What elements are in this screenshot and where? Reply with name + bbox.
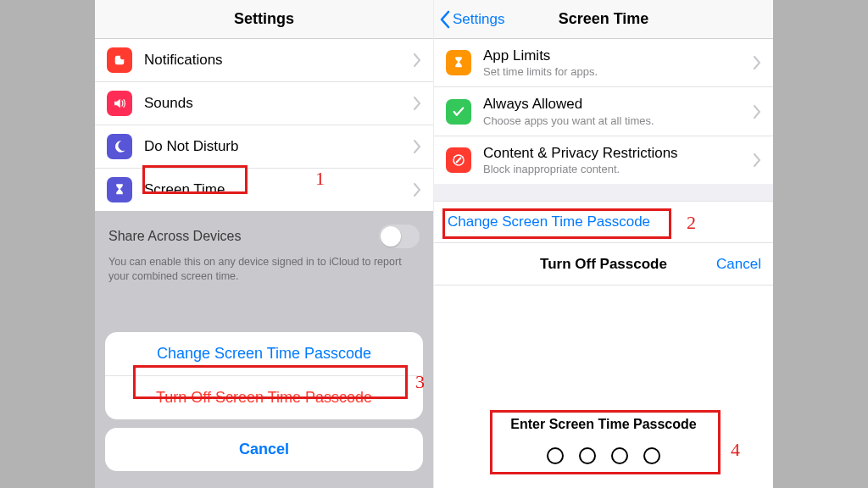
chevron-right-icon — [413, 53, 421, 67]
screentime-list: App Limits Set time limits for apps. Alw… — [434, 39, 773, 184]
row-subtitle: Set time limits for apps. — [483, 65, 753, 78]
row-title: Always Allowed — [483, 96, 753, 113]
dimmed-background: Share Across Devices You can enable this… — [95, 211, 433, 488]
share-toggle[interactable] — [379, 225, 420, 248]
passcode-header: Turn Off Passcode Cancel — [434, 243, 773, 286]
hourglass-icon — [446, 50, 471, 75]
row-label: Sounds — [144, 95, 413, 112]
row-always-allowed[interactable]: Always Allowed Choose apps you want at a… — [434, 87, 773, 136]
back-button[interactable]: Settings — [439, 0, 504, 38]
share-desc: You can enable this on any device signed… — [107, 255, 421, 284]
share-title: Share Across Devices — [108, 229, 242, 244]
passcode-title: Turn Off Passcode — [540, 256, 667, 273]
row-dnd[interactable]: Do Not Disturb — [95, 125, 433, 169]
passcode-entry-area: Enter Screen Time Passcode — [434, 286, 773, 488]
passcode-dot — [611, 447, 628, 464]
row-label: Screen Time — [144, 181, 413, 198]
settings-title: Settings — [234, 10, 294, 28]
row-screentime[interactable]: Screen Time — [95, 169, 433, 211]
dnd-icon — [107, 134, 132, 159]
chevron-left-icon — [439, 10, 451, 29]
action-sheet: Change Screen Time Passcode Turn Off Scr… — [105, 332, 423, 480]
change-passcode-link[interactable]: Change Screen Time Passcode — [434, 201, 773, 243]
passcode-dot — [643, 447, 660, 464]
row-title: App Limits — [483, 47, 753, 64]
row-sounds[interactable]: Sounds — [95, 82, 433, 125]
enter-passcode-label: Enter Screen Time Passcode — [510, 417, 696, 432]
back-label: Settings — [453, 11, 504, 28]
screentime-navbar: Settings Screen Time — [434, 0, 773, 39]
chevron-right-icon — [413, 97, 421, 110]
row-applimits[interactable]: App Limits Set time limits for apps. — [434, 39, 773, 87]
screentime-title: Screen Time — [559, 10, 649, 28]
notifications-icon — [107, 47, 132, 73]
row-subtitle: Choose apps you want at all times. — [483, 114, 753, 127]
chevron-right-icon — [413, 183, 421, 197]
chevron-right-icon — [753, 105, 761, 119]
sounds-icon — [107, 91, 132, 116]
passcode-dot — [547, 447, 564, 464]
chevron-right-icon — [753, 56, 761, 69]
settings-list: Notifications Sounds Do Not Disturb — [95, 39, 433, 211]
row-label: Do Not Disturb — [144, 138, 413, 155]
sheet-cancel[interactable]: Cancel — [105, 428, 423, 471]
chevron-right-icon — [413, 140, 421, 153]
row-label: Notifications — [144, 52, 413, 69]
svg-point-1 — [120, 54, 125, 59]
row-title: Content & Privacy Restrictions — [483, 145, 753, 162]
sheet-change-passcode[interactable]: Change Screen Time Passcode — [105, 332, 423, 376]
hourglass-icon — [107, 177, 132, 202]
no-entry-icon — [446, 147, 471, 173]
sheet-turnoff-passcode[interactable]: Turn Off Screen Time Passcode — [105, 376, 423, 419]
cancel-button[interactable]: Cancel — [716, 256, 761, 273]
row-content-restrictions[interactable]: Content & Privacy Restrictions Block ina… — [434, 136, 773, 184]
row-subtitle: Block inappropriate content. — [483, 163, 753, 175]
settings-navbar: Settings — [95, 0, 433, 39]
check-icon — [446, 99, 471, 125]
passcode-dot — [579, 447, 596, 464]
row-notifications[interactable]: Notifications — [95, 39, 433, 82]
passcode-dots[interactable] — [547, 447, 660, 464]
chevron-right-icon — [753, 153, 761, 167]
